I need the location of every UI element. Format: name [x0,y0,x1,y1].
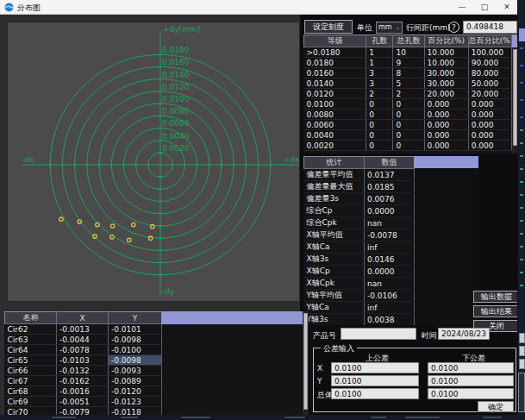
table-cell[interactable]: 0 [366,110,393,120]
tol-y-upper-input[interactable]: 0.0100 [331,375,419,386]
table-cell[interactable]: -0.0123 [109,397,162,407]
table-cell[interactable]: 0.0060 [304,120,366,130]
column-header[interactable]: 百分比(%) [424,35,468,47]
table-cell[interactable]: 90.000 [468,58,511,68]
table-cell[interactable]: Cir68 [5,386,57,397]
table-row[interactable]: Cir68-0.0016-0.0120 [5,386,162,397]
table-row[interactable]: X轴Cainf [304,241,415,254]
table-cell[interactable]: 2 [393,89,424,99]
column-header[interactable]: Y [109,312,162,324]
minimize-button[interactable]: — [451,0,473,15]
product-no-input[interactable] [341,328,416,340]
table-cell[interactable]: 0 [366,120,393,130]
table-row[interactable]: 0.0080000.0000.000 [304,110,512,120]
table-cell[interactable]: 8 [393,68,424,78]
tol-x-lower-input[interactable]: 0.0100 [428,362,514,373]
table-cell[interactable]: 9 [393,58,424,68]
table-row[interactable]: 0.01801910.00090.000 [304,58,512,68]
column-header[interactable]: 孔数 [366,35,393,47]
table-cell[interactable]: -0.0162 [57,376,109,386]
table-cell[interactable]: 20.000 [468,89,511,99]
table-cell[interactable]: -0.0098 [109,335,162,345]
table-row[interactable]: 0.01403530.00050.000 [304,78,512,89]
table-cell[interactable]: inf [365,241,415,254]
tol-x-upper-input[interactable]: 0.0100 [331,362,419,373]
table-cell[interactable]: -0.0078 [57,345,109,355]
table-cell[interactable]: 30.000 [424,68,468,78]
table-row[interactable]: Y轴Cainf [304,302,415,314]
export-data-button[interactable]: 输出数据 [473,291,518,303]
table-row[interactable]: 0.0060000.0000.000 [304,120,512,130]
table-cell[interactable]: 0 [393,120,424,130]
table-row[interactable]: 综合Cpknan [304,217,415,229]
table-cell[interactable]: -0.0106 [365,290,415,302]
table-cell[interactable]: 100.000 [468,47,511,58]
table-cell[interactable]: Y轴Ca [304,302,365,314]
table-cell[interactable]: -0.0120 [109,386,162,397]
table-row[interactable]: 综合Cp0.0000 [304,205,415,217]
table-row[interactable]: 0.0020000.0000.000 [304,141,512,151]
column-header[interactable]: 统计 [304,157,365,169]
table-cell[interactable]: 0.000 [468,141,511,151]
table-cell[interactable]: -0.0118 [109,407,162,416]
column-header[interactable]: 总百分比(%) [468,35,511,47]
export-result-button[interactable]: 输出结果 [473,305,518,317]
table-row[interactable]: 偏差量平均值0.0137 [304,169,415,181]
column-header[interactable]: 数值 [365,157,415,169]
table-cell[interactable]: Y轴3s [304,314,365,326]
table-cell[interactable]: 综合Cp [304,205,365,217]
maximize-button[interactable]: □ [473,0,496,15]
table-cell[interactable]: 0.000 [468,120,511,130]
table-cell[interactable]: Cir63 [5,335,57,345]
table-row[interactable]: Cir63-0.0044-0.0098 [5,335,162,345]
table-cell[interactable]: >0.0180 [304,47,366,58]
table-cell[interactable]: 0.0120 [304,89,366,99]
table-cell[interactable]: -0.0016 [57,386,109,397]
table-cell[interactable]: 0.0000 [365,205,415,217]
table-cell[interactable]: 0.0146 [365,254,415,266]
table-cell[interactable]: X轴3s [304,254,365,266]
table-row[interactable]: X轴3s0.0146 [304,254,415,266]
table-cell[interactable]: Cir67 [5,376,57,386]
table-cell[interactable]: 0.000 [424,141,468,151]
table-cell[interactable]: -0.0103 [57,355,109,366]
table-cell[interactable]: 0 [393,99,424,110]
table-cell[interactable]: 综合Cpk [304,217,365,229]
table-cell[interactable]: 0.000 [468,130,511,141]
table-cell[interactable]: 0.0140 [304,78,366,89]
table-row[interactable]: 0.0100000.0000.000 [304,99,512,110]
table-row[interactable]: Cir64-0.0078-0.0100 [5,345,162,355]
tol-y-lower-input[interactable]: 0.0100 [428,375,514,386]
table-cell[interactable]: X轴Ca [304,241,365,254]
table-row[interactable]: Y轴3s0.0038 [304,314,415,326]
help-icon[interactable]: ? [448,22,459,33]
tol-total-upper-input[interactable]: 0.0100 [331,388,419,399]
table-cell[interactable]: 2 [366,89,393,99]
table-cell[interactable]: 20.000 [424,89,468,99]
table-cell[interactable]: 0.0080 [304,110,366,120]
table-cell[interactable]: 0.0100 [304,99,366,110]
table-cell[interactable]: -0.0044 [57,335,109,345]
table-cell[interactable]: inf [365,302,415,314]
table-cell[interactable]: -0.0101 [109,324,162,335]
table-cell[interactable]: -0.0100 [109,345,162,355]
table-row[interactable]: Cir70-0.0079-0.0118 [5,407,162,416]
table-cell[interactable]: -0.0051 [57,397,109,407]
table-cell[interactable]: 0 [366,99,393,110]
table-cell[interactable]: 0.000 [468,99,511,110]
table-cell[interactable]: Cir65 [5,355,57,366]
column-header[interactable]: 总孔数 [393,35,424,47]
table-cell[interactable]: nan [365,217,415,229]
table-cell[interactable]: 0.0160 [304,68,366,78]
table-cell[interactable]: -0.0089 [109,376,162,386]
table-cell[interactable]: -0.0079 [57,407,109,416]
table-cell[interactable]: 偏差量3s [304,193,365,205]
table-cell[interactable]: 3 [366,78,393,89]
table-row[interactable]: 0.0040000.0000.000 [304,130,512,141]
tol-total-lower-input[interactable]: 0.0100 [428,388,514,399]
table-cell[interactable]: 0 [366,130,393,141]
table-row[interactable]: Cir69-0.0051-0.0123 [5,397,162,407]
column-header[interactable]: X [57,312,109,324]
table-cell[interactable]: Cir70 [5,407,57,416]
table-cell[interactable]: X轴Cp [304,266,365,278]
